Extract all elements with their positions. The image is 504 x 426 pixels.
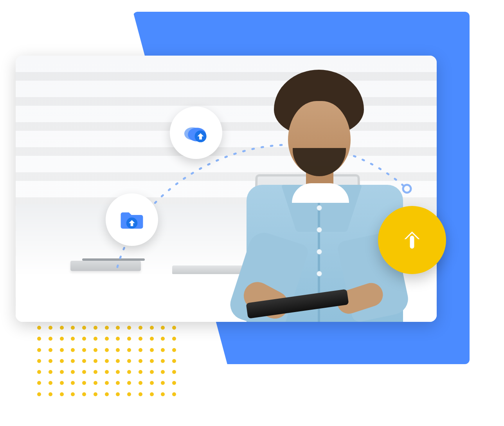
folder-upload-icon [118, 206, 146, 233]
svg-rect-5 [410, 236, 414, 249]
cloud-upload-icon [182, 118, 211, 147]
notebook-prop [70, 261, 141, 271]
hero-graphic [0, 0, 504, 426]
pen-prop [82, 258, 145, 261]
arrow-up-icon [398, 226, 426, 254]
decorative-dot-grid [37, 326, 176, 396]
upload-button[interactable] [378, 206, 446, 274]
cloud-upload-badge [170, 106, 222, 159]
person-with-tablet [219, 67, 423, 322]
folder-upload-badge [106, 193, 158, 246]
photo-card [16, 56, 437, 322]
